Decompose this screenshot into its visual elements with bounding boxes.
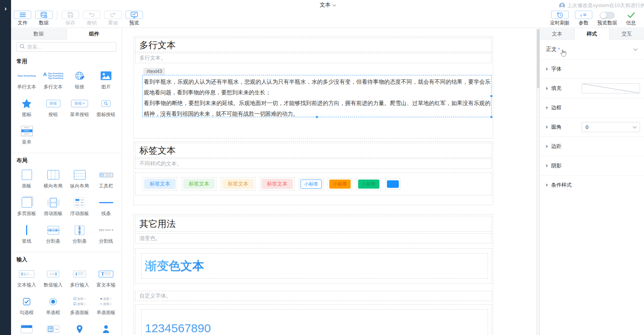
toolbar-button-文件[interactable]: 文件 <box>12 11 33 26</box>
component-图片[interactable]: 图片 <box>93 67 119 95</box>
component-菜单按钮[interactable]: 按钮 菜单按钮 <box>66 95 93 123</box>
component-工具栏[interactable]: 工具栏 <box>93 167 119 194</box>
component-单选面板[interactable]: ● 选项一○ 选项二单选面板 <box>93 293 119 321</box>
tag-小标签[interactable]: 小标签 <box>329 180 351 189</box>
tag-selection-box[interactable]: 标签文本 <box>182 177 216 191</box>
tag-标签文本[interactable]: 标签文本 <box>144 179 176 189</box>
style-section-圆角[interactable]: 圆角0 <box>540 117 644 137</box>
tag-标签文本[interactable]: 标签文本 <box>183 179 215 189</box>
section-subtitle[interactable]: 渐变色。 <box>135 233 492 243</box>
fill-gradient-swatch[interactable] <box>582 83 640 94</box>
component-图标[interactable]: 图标 <box>13 95 40 123</box>
toolbar-button-预览数据[interactable]: 预览数据 <box>594 11 620 26</box>
component-按钮[interactable]: 按钮按钮 <box>40 95 66 123</box>
style-section-填充[interactable]: 填充 <box>540 79 644 98</box>
text-block-content[interactable]: 看到半瓶水，乐观的人认为还有半瓶水，悲观的人认为只有半瓶水，水的多少没有变，但看… <box>143 75 491 119</box>
tag-solid-blue[interactable] <box>387 180 399 188</box>
style-target-selector[interactable]: 正文 * <box>540 39 644 59</box>
component-面板[interactable]: 面板 <box>13 167 40 194</box>
component-线条[interactable]: 线条 <box>93 194 119 222</box>
gradient-text[interactable]: 渐变色文本 <box>145 258 204 274</box>
tag-标签文本[interactable]: 标签文本 <box>261 179 293 189</box>
component-location-icon[interactable] <box>66 321 93 335</box>
resize-handle-right[interactable] <box>490 95 493 97</box>
component-数值输入[interactable]: 123I数值输入 <box>40 266 66 293</box>
component-浮动面板[interactable]: 浮动面板 <box>66 194 93 222</box>
canvas-scrollbar[interactable] <box>536 28 539 335</box>
component-多选面板[interactable]: ☑ 选项一☑ 选项二多选面板 <box>66 293 93 321</box>
tag-小标签[interactable]: 小标签 <box>358 180 379 189</box>
style-section-字体[interactable]: 字体 <box>540 59 644 79</box>
component-文本输入[interactable]: I输入...文本输入 <box>13 266 40 293</box>
component-单行文本[interactable]: Type Something单行文本 <box>13 67 40 95</box>
component-person-icon[interactable] <box>93 321 119 335</box>
component-链接[interactable]: 链接 <box>66 67 93 95</box>
gradient-text-container[interactable]: 渐变色文本 <box>135 248 492 284</box>
section-title[interactable]: 标签文本 <box>135 143 492 158</box>
panel-tab-文本[interactable]: 文本 <box>540 28 575 39</box>
canvas-section-tag-text[interactable]: 标签文本 不同样式的文本。 标签文本标签文本标签文本标签文本小标签小标签小标签 <box>133 141 493 205</box>
component-滑动面板[interactable]: 滑动面板 <box>40 194 66 222</box>
toolbar-button-预览[interactable]: 预览 <box>124 11 145 26</box>
tab-components[interactable]: 组件 <box>67 28 122 39</box>
tag-selection-box[interactable] <box>385 179 400 189</box>
search-box[interactable] <box>16 42 116 52</box>
tag-selection-box[interactable]: 标签文本 <box>260 177 295 191</box>
canvas-section-multiline-text[interactable]: 多行文本 多行文本。 #text43 看到半瓶水，乐观的人认为还有半瓶水，悲观的… <box>133 36 493 138</box>
component-图标按钮[interactable]: 图标按钮 <box>93 95 119 123</box>
section-title[interactable]: 其它用法 <box>135 216 492 232</box>
toolbar-button-保存[interactable]: 保存 <box>60 11 81 26</box>
tab-data[interactable]: 数据 <box>11 28 67 39</box>
preview-data-toggle[interactable] <box>600 12 615 19</box>
toolbar-button-重做[interactable]: 重做 <box>102 11 124 26</box>
gradient-text-box[interactable]: 渐变色文本 <box>141 253 488 279</box>
component-dropdown-icon[interactable] <box>13 321 40 335</box>
collapse-rail[interactable]: › <box>0 0 11 335</box>
canvas-section-other-usage[interactable]: 其它用法 渐变色。 渐变色文本 自定义字体。 1234567890 <box>133 214 493 335</box>
component-date-picker-icon[interactable] <box>40 321 66 335</box>
component-单选框[interactable]: 单选框 <box>40 293 66 321</box>
component-竖线[interactable]: 竖线 <box>13 222 40 249</box>
toolbar-button-数据[interactable]: 数据 <box>33 11 54 26</box>
style-section-条件样式[interactable]: 条件样式 <box>540 175 644 195</box>
component-横向布局[interactable]: 横向布局 <box>40 167 66 194</box>
resize-handle-bottom-right[interactable] <box>490 116 493 118</box>
toolbar-button-信息[interactable]: 信息 <box>620 11 642 26</box>
expand-sidebar-icon[interactable]: › <box>2 5 9 13</box>
component-多行输入[interactable]: I多行输入 <box>66 266 93 293</box>
component-分割条[interactable]: 分割条 <box>40 222 66 249</box>
style-section-阴影[interactable]: 阴影 <box>540 156 644 175</box>
search-input[interactable] <box>27 44 113 50</box>
section-subtitle[interactable]: 自定义字体。 <box>135 291 492 301</box>
component-多页面板[interactable]: 多页面板 <box>13 194 40 222</box>
design-canvas[interactable]: 多行文本 多行文本。 #text43 看到半瓶水，乐观的人认为还有半瓶水，悲观的… <box>122 28 539 335</box>
component-富文本输[interactable]: T富文本输 <box>93 266 119 293</box>
panel-tab-样式[interactable]: 样式 <box>575 28 609 39</box>
tag-selection-box[interactable]: 小标签 <box>299 178 323 190</box>
custom-font-text[interactable]: 1234567890 <box>145 322 211 335</box>
section-title[interactable]: 多行文本 <box>135 38 492 52</box>
style-section-边框[interactable]: 边框 <box>540 98 644 117</box>
custom-font-container[interactable]: 1234567890 <box>135 304 492 335</box>
component-菜单[interactable]: Item1Item2Item3菜单 <box>13 123 40 150</box>
page-title-dropdown[interactable]: 文本 <box>320 2 336 9</box>
tag-selection-box[interactable]: 标签文本 <box>143 177 177 191</box>
tag-selection-box[interactable]: 标签文本 <box>221 177 255 191</box>
selected-text-block[interactable]: #text43 看到半瓶水，乐观的人认为还有半瓶水，悲观的人认为只有半瓶水，水的… <box>142 75 492 117</box>
resize-handle-bottom[interactable] <box>315 116 318 118</box>
corner-radius-select[interactable]: 0 <box>582 122 640 132</box>
section-subtitle[interactable]: 多行文本。 <box>135 53 492 63</box>
tag-selection-box[interactable]: 小标签 <box>357 178 381 190</box>
tag-row-container[interactable]: 标签文本标签文本标签文本标签文本小标签小标签小标签 <box>135 172 492 195</box>
component-勾选框[interactable]: 勾选框 <box>13 293 40 321</box>
style-section-边距[interactable]: 边距 <box>540 137 644 156</box>
custom-font-box[interactable]: 1234567890 <box>141 309 488 335</box>
tag-小标签[interactable]: 小标签 <box>300 180 322 189</box>
component-分割条[interactable]: 分割条 <box>66 222 93 249</box>
toolbar-button-定时刷新[interactable]: 定时刷新 <box>547 11 573 26</box>
tag-标签文本[interactable]: 标签文本 <box>222 179 254 189</box>
component-分割线[interactable]: TXT ▾分割线 <box>93 222 119 249</box>
section-subtitle[interactable]: 不同样式的文本。 <box>135 159 492 169</box>
component-纵向布局[interactable]: 纵向布局 <box>66 167 93 194</box>
component-多行文本[interactable]: AType SomethingType SomethingType Someth… <box>40 67 66 95</box>
